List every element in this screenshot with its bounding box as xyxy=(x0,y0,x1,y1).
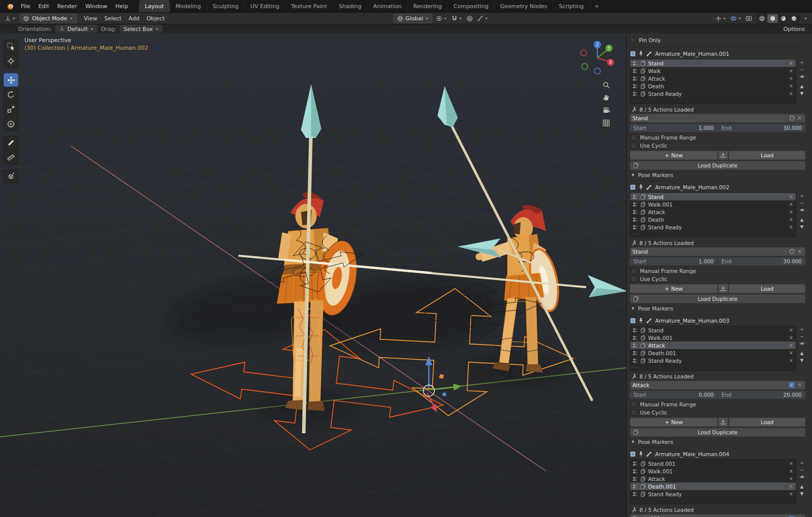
action-list-item[interactable]: Walk.001× xyxy=(630,467,796,475)
action-list-item[interactable]: Walk× xyxy=(630,67,796,75)
remove-action-button[interactable]: − xyxy=(798,333,805,339)
pin-only-checkbox[interactable] xyxy=(630,37,636,43)
list-resize-grip[interactable]: ···· xyxy=(630,365,640,370)
load-duplicate-button[interactable]: Load Duplicate xyxy=(630,428,805,437)
tool-move[interactable] xyxy=(4,73,18,87)
clear-action-icon[interactable]: × xyxy=(797,116,803,121)
axis-y-negative-ball[interactable] xyxy=(582,63,588,70)
end-frame-field[interactable]: End30.000 xyxy=(718,257,806,265)
show-gizmos-dropdown[interactable] xyxy=(714,14,728,23)
action-duplicate-icon[interactable] xyxy=(640,484,646,490)
list-resize-grip[interactable]: ···· xyxy=(630,499,640,504)
unlink-action-icon[interactable]: × xyxy=(788,469,794,474)
viewport-shading-wireframe-button[interactable] xyxy=(757,14,767,23)
tool-scale[interactable] xyxy=(4,102,18,116)
workspace-tab-layout[interactable]: Layout xyxy=(139,0,170,12)
armature-name[interactable]: Armature_Male_Human.003 xyxy=(655,318,729,324)
pose-markers-toggle[interactable]: Pose Markers xyxy=(630,438,805,445)
navigation-gizmo[interactable]: Z Y X xyxy=(578,38,617,77)
viewport-toggle-grid-button[interactable] xyxy=(602,119,610,127)
list-resize-grip[interactable]: ···· xyxy=(630,232,640,237)
menu-edit[interactable]: Edit xyxy=(34,0,53,12)
action-duplicate-icon[interactable] xyxy=(640,335,646,341)
load-duplicate-button[interactable]: Load Duplicate xyxy=(630,294,805,303)
action-duplicate-icon[interactable] xyxy=(640,350,646,356)
unlink-action-icon[interactable]: × xyxy=(788,68,794,74)
add-workspace-button[interactable]: + xyxy=(590,0,603,12)
pivot-point-dropdown[interactable] xyxy=(434,14,449,23)
blender-logo-icon[interactable] xyxy=(4,0,17,12)
start-frame-field[interactable]: Start0.000 xyxy=(630,391,718,399)
armature-name[interactable]: Armature_Male_Human.001 xyxy=(655,51,729,57)
workspace-tab-geometry-nodes[interactable]: Geometry Nodes xyxy=(494,0,553,12)
move-down-button[interactable]: ▼ xyxy=(798,90,805,96)
action-list-item[interactable]: Stand× xyxy=(630,193,796,200)
action-duplicate-icon[interactable] xyxy=(640,201,646,208)
action-duplicate-icon[interactable] xyxy=(640,224,646,230)
menu-window[interactable]: Window xyxy=(81,0,111,12)
proportional-editing-toggle[interactable] xyxy=(465,14,475,23)
end-frame-field[interactable]: End30.000 xyxy=(718,124,806,132)
load-action-button[interactable]: Load xyxy=(729,284,805,293)
move-up-button[interactable]: ▲ xyxy=(798,350,805,356)
action-list-item[interactable]: Attack× xyxy=(630,208,796,216)
add-action-button[interactable]: + xyxy=(798,459,805,466)
load-menu-button[interactable] xyxy=(718,151,728,160)
unlink-action-icon[interactable]: × xyxy=(788,225,794,230)
object-data-icon[interactable] xyxy=(630,184,636,190)
action-duplicate-icon[interactable] xyxy=(640,461,646,467)
action-duplicate-icon[interactable] xyxy=(640,491,646,497)
transform-orientation-dropdown[interactable]: Global xyxy=(393,14,432,23)
unlink-action-icon[interactable]: × xyxy=(788,76,794,81)
drag-dropdown[interactable]: Select Box xyxy=(120,25,162,33)
start-frame-field[interactable]: Start1.000 xyxy=(630,257,718,265)
unlink-action-icon[interactable]: × xyxy=(788,202,794,207)
action-list-item[interactable]: Attack× xyxy=(630,475,796,482)
move-down-button[interactable]: ▼ xyxy=(798,357,805,363)
unlink-action-icon[interactable]: × xyxy=(788,484,794,489)
unlink-action-icon[interactable]: × xyxy=(788,194,794,199)
tool-rotate[interactable] xyxy=(4,88,18,101)
menu-help[interactable]: Help xyxy=(111,0,132,12)
action-use-checkbox[interactable]: ✓ xyxy=(789,382,795,388)
toggle-visibility-icon[interactable] xyxy=(798,340,805,347)
viewport-shading-rendered-button[interactable] xyxy=(789,14,799,23)
new-action-button[interactable]: +New xyxy=(630,418,718,427)
active-action-field[interactable]: Attack✓× xyxy=(630,381,805,390)
action-duplicate-icon[interactable] xyxy=(640,76,646,82)
remove-action-button[interactable]: − xyxy=(798,466,805,473)
options-button[interactable]: Options xyxy=(782,26,807,32)
unlink-action-icon[interactable]: × xyxy=(788,351,794,356)
move-down-button[interactable]: ▼ xyxy=(798,223,805,230)
object-data-icon[interactable] xyxy=(630,51,636,57)
end-frame-field[interactable]: End20.000 xyxy=(718,391,806,399)
load-menu-button[interactable] xyxy=(718,418,728,427)
menu-render[interactable]: Render xyxy=(53,0,81,12)
unlink-action-icon[interactable]: × xyxy=(788,217,794,222)
pose-markers-toggle[interactable]: Pose Markers xyxy=(630,171,805,179)
active-action-field[interactable]: Stand× xyxy=(630,247,805,256)
workspace-tab-sculpting[interactable]: Sculpting xyxy=(207,0,245,12)
action-list-item[interactable]: Walk.001× xyxy=(630,334,796,341)
action-duplicate-icon[interactable] xyxy=(640,91,646,97)
action-list-item[interactable]: Stand Ready× xyxy=(630,490,796,498)
unlink-action-icon[interactable]: × xyxy=(788,476,794,481)
action-list-item[interactable]: Stand× xyxy=(630,59,796,67)
tool-transform[interactable] xyxy=(4,117,18,131)
fake-user-icon[interactable] xyxy=(789,249,795,255)
viewport-3d[interactable]: User Perspective (30) Collection | Armat… xyxy=(0,33,626,517)
unlink-action-icon[interactable]: × xyxy=(788,61,794,66)
axis-x-negative-ball[interactable] xyxy=(581,50,587,56)
workspace-tab-compositing[interactable]: Compositing xyxy=(448,0,495,12)
action-duplicate-icon[interactable] xyxy=(640,358,646,364)
tool-select-box[interactable] xyxy=(4,40,18,53)
object-data-icon[interactable] xyxy=(630,451,636,457)
use-cyclic-checkbox[interactable] xyxy=(631,276,637,282)
tool-measure[interactable] xyxy=(4,151,18,164)
armature-name[interactable]: Armature_Male_Human.002 xyxy=(655,184,729,190)
object-data-icon[interactable] xyxy=(630,318,636,324)
action-list-item[interactable]: Walk.001× xyxy=(630,200,796,208)
clear-action-icon[interactable]: × xyxy=(797,383,803,388)
add-action-button[interactable]: + xyxy=(798,326,805,332)
action-list-item[interactable]: Stand× xyxy=(630,326,796,334)
